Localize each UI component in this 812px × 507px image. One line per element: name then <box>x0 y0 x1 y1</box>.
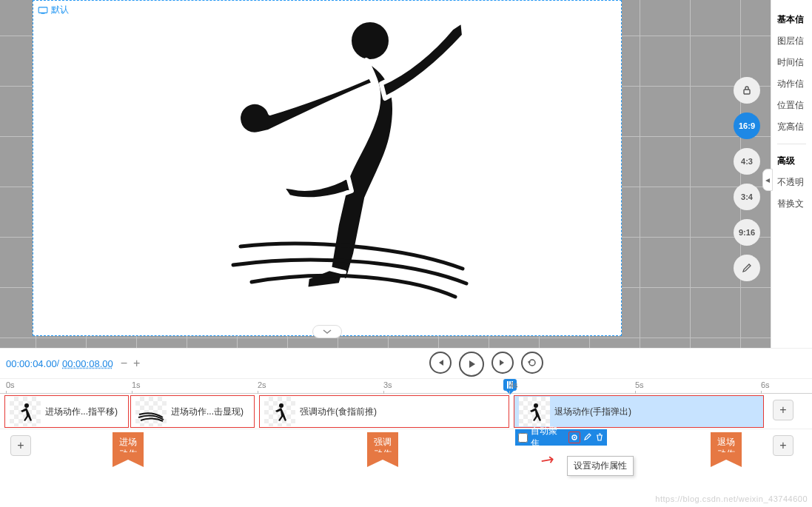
skip-forward-icon <box>498 358 507 367</box>
clip-emphasis[interactable]: 强调动作(食指前推) <box>259 395 509 428</box>
clip-label: 进场动作...击显现) <box>171 406 244 418</box>
zoom-in-button[interactable]: + <box>133 357 140 370</box>
svg-point-4 <box>279 403 283 408</box>
add-enter-button[interactable]: + <box>10 435 31 456</box>
stage: 默认 <box>0 0 771 348</box>
loop-button[interactable] <box>521 352 543 374</box>
svg-rect-0 <box>38 7 47 12</box>
transport-bar: 00:00:04.00 / 00:00:08.00 − + <box>0 348 812 379</box>
flag-exit: 退场 动作 <box>711 432 742 460</box>
clip-enter-1[interactable]: 进场动作...指平移) <box>4 395 129 428</box>
svg-rect-2 <box>744 90 750 94</box>
canvas-tag[interactable]: 默认 <box>38 4 69 16</box>
lock-button[interactable] <box>734 77 760 104</box>
prop-alttext[interactable]: 替换文 <box>777 193 806 215</box>
screen-icon <box>38 7 48 14</box>
clip-enter-2[interactable]: 进场动作...击显现) <box>130 395 255 428</box>
clip-label: 退场动作(手指弹出) <box>554 406 631 418</box>
panel-toggle[interactable]: ◂ <box>762 169 773 191</box>
ruler-tick: 3s <box>383 380 392 389</box>
clip-track: 进场动作...指平移) 进场动作...击显现) 强调动作(食指前推) 退场动作(… <box>0 394 812 429</box>
svg-point-5 <box>534 403 538 408</box>
ratio-3-4[interactable]: 3:4 <box>734 184 760 210</box>
loop-icon <box>527 357 537 368</box>
svg-point-1 <box>349 20 391 61</box>
next-button[interactable] <box>491 352 514 374</box>
section-advanced: 高级 <box>777 150 806 172</box>
canvas[interactable]: 默认 <box>33 0 622 336</box>
add-exit-button[interactable]: + <box>773 435 793 456</box>
clip-thumb <box>264 397 295 426</box>
ruler-tick: 1s <box>132 380 141 389</box>
ratio-16-9[interactable]: 16:9 <box>734 113 760 139</box>
add-clip-button[interactable]: + <box>773 400 793 420</box>
skip-back-icon <box>436 358 445 367</box>
time-total[interactable]: 00:00:08.00 <box>62 358 113 369</box>
time-current: 00:00:04.00 <box>6 358 57 369</box>
edit-ratio-button[interactable] <box>734 255 760 281</box>
clip-thumb <box>135 397 167 426</box>
ruler-tick: 5s <box>635 380 644 389</box>
ratio-9-16[interactable]: 9:16 <box>734 219 760 246</box>
zoom-out-button[interactable]: − <box>121 357 127 370</box>
playback-controls <box>429 352 543 377</box>
section-basic: 基本信 <box>777 9 806 30</box>
clip-label: 进场动作...指平移) <box>45 406 118 418</box>
prop-position[interactable]: 位置信 <box>777 95 806 116</box>
time-sep: / <box>57 358 59 369</box>
lock-icon <box>742 85 752 95</box>
aspect-ratio-toolbar: 16:9 4:3 3:4 9:16 <box>734 77 760 281</box>
property-panel: ◂ 基本信 图层信 时间信 动作信 位置信 宽高信 高级 不透明 替换文 <box>771 0 812 348</box>
divider <box>777 144 806 144</box>
timeline-ruler[interactable]: 0s1s2s3s4s5s6s <box>0 379 812 394</box>
pencil-icon <box>742 263 752 273</box>
prop-opacity[interactable]: 不透明 <box>777 172 806 193</box>
prop-time[interactable]: 时间信 <box>777 52 806 73</box>
canvas-tag-label: 默认 <box>51 4 69 16</box>
prop-size[interactable]: 宽高信 <box>777 116 806 138</box>
prev-button[interactable] <box>429 352 452 374</box>
clip-exit[interactable]: 退场动作(手指弹出) <box>514 395 764 428</box>
play-icon <box>467 360 476 369</box>
timeline-tracks: 进场动作...指平移) 进场动作...击显现) 强调动作(食指前推) 退场动作(… <box>0 394 812 505</box>
play-button[interactable] <box>459 352 484 377</box>
flag-enter: 进场 动作 <box>113 432 144 460</box>
clip-thumb <box>10 397 41 426</box>
flag-emphasis: 强调 动作 <box>367 432 398 460</box>
watermark: https://blog.csdn.net/weixin_43744600 <box>655 494 808 503</box>
ruler-tick: 2s <box>258 380 266 389</box>
clip-thumb <box>519 397 550 426</box>
clip-label: 强调动作(食指前推) <box>300 406 377 418</box>
tooltip-action-settings: 设置动作属性 <box>567 456 634 476</box>
collapse-handle[interactable] <box>312 325 342 338</box>
chevron-down-icon <box>323 329 332 335</box>
prop-action[interactable]: 动作信 <box>777 73 806 95</box>
ruler-tick: 6s <box>761 380 770 389</box>
ratio-4-3[interactable]: 4:3 <box>734 148 760 175</box>
ruler-tick: 0s <box>6 380 15 389</box>
ruler-tick: 4s <box>509 380 518 389</box>
artwork-athlete[interactable] <box>218 2 477 310</box>
prop-layer[interactable]: 图层信 <box>777 30 806 52</box>
svg-point-3 <box>24 403 29 408</box>
